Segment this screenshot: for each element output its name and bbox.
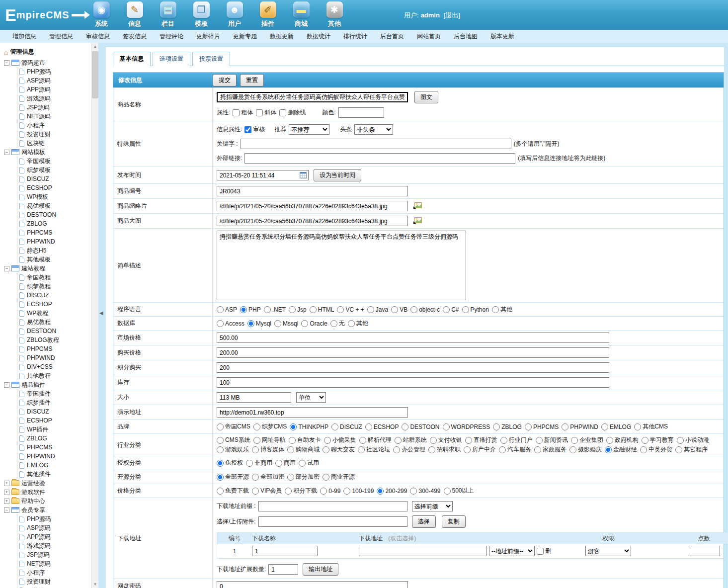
radio-input[interactable] — [290, 423, 297, 430]
checkbox-input[interactable] — [279, 109, 286, 116]
radio-input[interactable] — [465, 437, 472, 444]
radio-option[interactable]: Oracle — [301, 320, 327, 327]
radio-option[interactable]: 新闻资讯 — [536, 436, 568, 444]
radio-input[interactable] — [287, 446, 294, 453]
radio-option[interactable]: ZBLOG — [493, 423, 522, 430]
tree-item[interactable]: 帝国插件 — [19, 389, 91, 398]
nav-link-7[interactable]: 数据更新 — [263, 32, 300, 41]
checkbox-input[interactable] — [256, 109, 263, 116]
radio-input[interactable] — [464, 446, 471, 453]
radio-input[interactable] — [640, 446, 647, 453]
radio-option[interactable]: VC + + — [337, 306, 364, 313]
radio-option[interactable]: EMLOG — [601, 423, 631, 430]
radio-input[interactable] — [493, 423, 500, 430]
tree-item[interactable]: 投资理财 — [19, 130, 91, 139]
dl-choose-button[interactable]: 选择 — [412, 515, 436, 528]
tree-item[interactable]: 小程序 — [19, 568, 91, 577]
radio-input[interactable] — [393, 446, 400, 453]
dl-points-input[interactable] — [688, 546, 720, 556]
tree-group[interactable]: −建站教程 — [4, 264, 91, 273]
tree-item[interactable]: 区块链 — [19, 139, 91, 148]
radio-option[interactable]: 中英外贸 — [640, 445, 672, 454]
radio-input[interactable] — [287, 474, 294, 481]
radio-input[interactable] — [571, 437, 578, 444]
set-now-button[interactable]: 设为当前时间 — [314, 169, 361, 181]
tree-item[interactable]: DISCUZ — [19, 174, 91, 183]
radio-input[interactable] — [299, 460, 306, 467]
radio-option[interactable]: Mysql — [247, 320, 271, 327]
radio-option[interactable]: PHP — [240, 306, 261, 313]
radio-option[interactable]: Mssql — [274, 320, 298, 327]
radio-option[interactable]: 聊天交友 — [323, 445, 355, 454]
tree-item[interactable]: JSP源码 — [19, 103, 91, 112]
radio-input[interactable] — [500, 437, 507, 444]
tree-item[interactable]: 静态H5 — [19, 246, 91, 255]
audit-checkbox[interactable]: 审核 — [244, 125, 265, 134]
menu-user[interactable]: ☻用户 — [224, 1, 245, 28]
demo-url-input[interactable] — [217, 407, 408, 418]
radio-option[interactable]: 解析代理 — [359, 436, 392, 444]
radio-input[interactable] — [301, 320, 308, 327]
radio-input[interactable] — [428, 446, 435, 453]
radio-option[interactable]: 积分下载 — [285, 487, 317, 495]
radio-input[interactable] — [536, 437, 543, 444]
radio-option[interactable]: 商用 — [275, 459, 296, 467]
radio-input[interactable] — [252, 488, 259, 495]
tree-item[interactable]: ASP源码 — [19, 76, 91, 85]
checkbox-option[interactable]: 删除线 — [279, 108, 306, 117]
thumb-input[interactable] — [217, 201, 408, 211]
radio-input[interactable] — [252, 446, 259, 453]
tree-group[interactable]: −网站模板 — [4, 148, 91, 157]
radio-input[interactable] — [444, 488, 451, 495]
radio-option[interactable]: 汽车服务 — [499, 445, 531, 454]
radio-option[interactable]: WORDPRESS — [443, 423, 490, 430]
tree-item[interactable]: NET源码 — [19, 559, 91, 568]
radio-input[interactable] — [253, 423, 260, 430]
radio-input[interactable] — [217, 446, 224, 453]
dl-addr-prefix-select[interactable]: --地址前缀-- — [489, 546, 535, 556]
tree-item[interactable]: ZBLOG教程 — [19, 336, 91, 344]
radio-option[interactable]: 游戏娱乐 — [217, 445, 249, 454]
radio-input[interactable] — [391, 306, 398, 313]
imgtext-button[interactable]: 图文 — [414, 91, 438, 103]
tree-item[interactable]: 易优教程 — [19, 318, 91, 327]
radio-input[interactable] — [395, 437, 402, 444]
radio-input[interactable] — [462, 306, 469, 313]
tree-item[interactable]: 游戏源码 — [19, 94, 91, 103]
dl-output-button[interactable]: 输出地址 — [303, 563, 338, 576]
title-color-input[interactable] — [338, 107, 384, 118]
radio-input[interactable] — [606, 437, 613, 444]
tree-item[interactable]: ECSHOP — [19, 300, 91, 309]
radio-input[interactable] — [252, 474, 259, 481]
radio-input[interactable] — [634, 423, 641, 430]
menu-system[interactable]: ◉系统 — [90, 1, 112, 28]
dl-prefix-select[interactable]: 选择前缀 — [412, 501, 453, 511]
radio-option[interactable]: 社区论坛 — [358, 445, 390, 454]
collapse-icon[interactable]: − — [4, 382, 9, 388]
tree-item[interactable]: DISCUZ — [19, 291, 91, 300]
menu-other[interactable]: ✱其他 — [324, 1, 345, 28]
size-input[interactable] — [217, 392, 291, 403]
expand-icon[interactable]: + — [4, 490, 9, 495]
radio-option[interactable]: 博客媒体 — [252, 445, 284, 454]
radio-option[interactable]: 免授权 — [217, 459, 243, 467]
reset-button[interactable]: 重置 — [240, 74, 264, 86]
radio-option[interactable]: 其它程序 — [675, 445, 708, 454]
radio-option[interactable]: 部分加密 — [287, 473, 320, 481]
checkbox-option[interactable]: 斜体 — [256, 108, 276, 117]
radio-input[interactable] — [320, 488, 327, 495]
radio-input[interactable] — [253, 437, 260, 444]
size-unit-select[interactable]: 单位 — [296, 392, 326, 403]
tree-item[interactable]: PHPCMS — [19, 443, 91, 452]
logout-link[interactable]: [退出] — [444, 11, 460, 19]
radio-input[interactable] — [367, 306, 374, 313]
collapse-icon[interactable]: − — [4, 60, 9, 66]
radio-option[interactable]: 行业门户 — [500, 436, 533, 444]
tree-item[interactable]: ECSHOP — [19, 183, 91, 192]
market-price-input[interactable] — [217, 333, 609, 343]
buy-price-input[interactable] — [217, 347, 609, 358]
radio-option[interactable]: PHPCMS — [525, 423, 559, 430]
nav-link-3[interactable]: 签发信息 — [116, 32, 153, 41]
checkbox-input[interactable] — [233, 109, 240, 116]
radio-option[interactable]: HTML — [310, 306, 334, 313]
